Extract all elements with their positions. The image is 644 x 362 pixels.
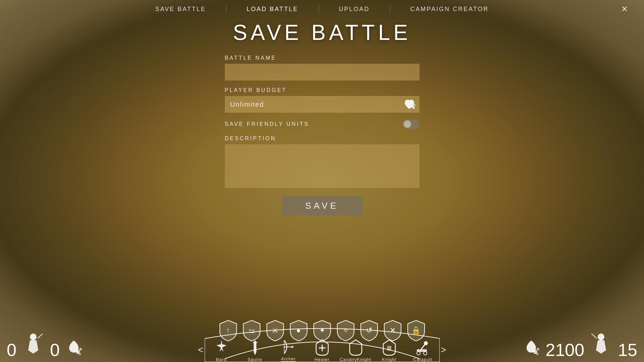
svg-line-13 [38, 334, 42, 339]
save-button[interactable]: SAVE [282, 196, 362, 215]
unit-bard[interactable]: Bard [205, 339, 238, 362]
description-label: DESCRIPTION [225, 136, 419, 142]
svg-point-2 [413, 108, 415, 109]
player-budget-label: PLAYER BUDGET [225, 87, 419, 93]
player-budget-group: PLAYER BUDGET [225, 87, 419, 113]
battle-name-group: BATTLE NAME [225, 55, 419, 81]
right-budget-icon [520, 337, 542, 359]
archer-label: Archer [281, 356, 296, 362]
squire-label: Squire [248, 357, 262, 362]
catapult-label: Catapult [413, 357, 432, 362]
dialog-title: SAVE BATTLE [225, 20, 419, 45]
svg-point-20 [598, 333, 604, 340]
left-count: 0 [7, 341, 16, 359]
budget-potion-icon[interactable] [402, 97, 417, 112]
right-count: 15 [618, 341, 637, 359]
svg-point-12 [30, 333, 37, 340]
right-budget: 2100 [545, 341, 584, 359]
top-nav: Save Battle Load Battle Upload Campaign … [0, 0, 644, 18]
svg-line-8 [421, 343, 426, 349]
squire-icon [246, 339, 264, 356]
unit-squire[interactable]: Squire [238, 339, 272, 362]
save-battle-dialog: SAVE BATTLE BATTLE NAME PLAYER BUDGET [225, 20, 419, 215]
save-friendly-toggle[interactable] [403, 119, 419, 129]
unit-healer[interactable]: Healer [305, 339, 339, 362]
player-budget-input[interactable] [225, 96, 419, 113]
left-stats: 0 0 [7, 332, 85, 359]
battle-name-label: BATTLE NAME [225, 55, 419, 61]
unit-catapult[interactable]: Catapult [406, 339, 440, 362]
unit-knight[interactable]: Knight [373, 339, 406, 362]
close-button[interactable]: ✕ [618, 2, 631, 16]
unit-archer[interactable]: Archer [272, 338, 305, 362]
svg-point-11 [424, 352, 427, 355]
left-player-icon [20, 332, 47, 359]
catapult-icon [414, 339, 432, 356]
battle-name-input[interactable] [225, 64, 419, 81]
nav-upload[interactable]: Upload [319, 1, 390, 17]
left-budget-icon [63, 337, 85, 359]
bard-icon [213, 339, 230, 356]
knight-label: Knight [382, 357, 396, 362]
toggle-thumb [404, 120, 411, 128]
nav-save-battle[interactable]: Save Battle [135, 1, 226, 17]
budget-input-wrap [225, 96, 419, 113]
healer-label: Healer [314, 357, 329, 362]
description-group: DESCRIPTION [225, 136, 419, 189]
cavalry-knight-icon [347, 339, 364, 356]
save-friendly-row: SAVE FRIENDLY UNITS [225, 119, 419, 129]
nav-load-battle[interactable]: Load Battle [227, 1, 318, 17]
right-player-icon [588, 332, 614, 359]
svg-point-15 [79, 348, 82, 351]
left-budget-count: 0 [50, 341, 60, 359]
svg-point-18 [537, 348, 539, 351]
unit-labels-row: Bard Squire Archer [201, 338, 443, 362]
svg-point-19 [536, 353, 538, 355]
nav-campaign-creator[interactable]: Campaign Creator [390, 1, 509, 17]
svg-point-10 [417, 352, 420, 355]
unit-cavalry-knight[interactable]: CavalryKnight [339, 339, 373, 362]
knight-icon [381, 339, 398, 356]
description-textarea[interactable] [225, 144, 419, 188]
archer-icon [280, 338, 297, 356]
save-friendly-label: SAVE FRIENDLY UNITS [225, 121, 403, 127]
right-stats: 2100 15 [520, 332, 637, 359]
cavalry-knight-label: CavalryKnight [340, 357, 371, 362]
svg-point-16 [79, 353, 81, 355]
svg-line-21 [593, 334, 597, 339]
svg-point-1 [413, 104, 415, 106]
healer-icon [313, 339, 331, 356]
bard-label: Bard [216, 357, 227, 362]
